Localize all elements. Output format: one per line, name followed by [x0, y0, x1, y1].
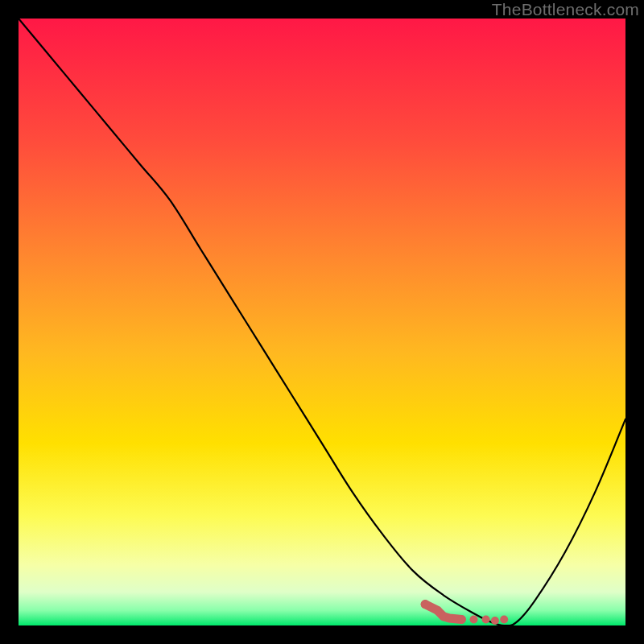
chart-svg	[19, 19, 625, 625]
marker-dot	[470, 615, 478, 623]
watermark-text: TheBottleneck.com	[492, 0, 639, 19]
chart-frame	[19, 19, 625, 625]
marker-dot	[482, 615, 490, 623]
gradient-background	[19, 19, 625, 625]
marker-dot	[500, 615, 508, 623]
marker-dot	[491, 617, 499, 625]
marker-dot	[457, 615, 465, 623]
marker-dot	[445, 614, 453, 622]
marker-dot	[421, 600, 430, 609]
